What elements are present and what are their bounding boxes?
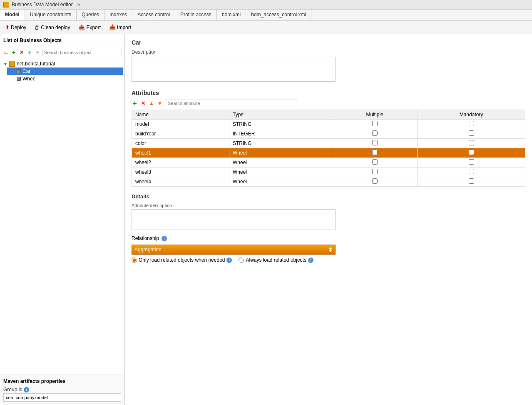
load-option-lazy-radio[interactable] [132, 258, 137, 263]
tree-item-car[interactable]: Car [7, 68, 123, 75]
tree-group: Car Wheel [7, 68, 123, 82]
load-options-row: Only load related objects when needed i … [132, 257, 525, 263]
deploy-button[interactable]: ⬆ Deploy [3, 23, 28, 31]
attributes-title: Attributes [132, 90, 525, 96]
object-name-title: Car [132, 39, 525, 46]
relationship-info-icon[interactable]: i [162, 236, 167, 241]
attr-type-cell: Wheel [229, 168, 332, 177]
sidebar-toolbar: 🏷 + ✕ ⊞ ⊟ [0, 47, 124, 58]
attr-mandatory-checkbox[interactable] [469, 140, 474, 145]
attributes-section: Attributes + ✕ ▲ ▼ Name Type Multiple Ma… [132, 90, 525, 187]
attr-move-up-button[interactable]: ▲ [148, 100, 155, 107]
export-button[interactable]: 📤 Export [77, 23, 102, 31]
col-multiple: Multiple [332, 110, 418, 120]
object-icon-wheel [17, 77, 21, 81]
tab-access-control[interactable]: Access control [132, 10, 175, 20]
tab-model[interactable]: Model [0, 10, 25, 20]
attr-type-cell: STRING [229, 120, 332, 129]
package-icon [9, 61, 15, 67]
sidebar-delete-button[interactable]: ✕ [18, 49, 25, 56]
table-row[interactable]: wheel3Wheel [132, 168, 525, 177]
maven-section: Maven artifacts properties Group id i [0, 375, 124, 405]
attr-multiple-checkbox[interactable] [372, 130, 378, 136]
clean-deploy-button[interactable]: 🗑 Clean deploy [33, 24, 72, 31]
sidebar-header: List of Business Objects [0, 34, 124, 47]
maven-group-id-info-icon[interactable]: i [24, 387, 29, 392]
load-option-eager-radio[interactable] [239, 258, 244, 263]
attr-mandatory-cell [418, 168, 525, 177]
attr-multiple-checkbox[interactable] [372, 150, 378, 155]
tree-package: ▼ net.bonita.tutorial [2, 60, 123, 68]
attr-mandatory-checkbox[interactable] [469, 121, 474, 126]
sidebar-add-obj-button[interactable]: + [10, 49, 17, 56]
attr-multiple-cell [332, 158, 418, 168]
attr-mandatory-checkbox[interactable] [469, 150, 474, 155]
tab-bar: Model Unique constraints Queries Indexes… [0, 10, 532, 21]
tab-queries[interactable]: Queries [77, 10, 104, 20]
tab-profile-access[interactable]: Profile access [175, 10, 217, 20]
relationship-select[interactable]: Aggregation Composition [132, 245, 336, 255]
relationship-label: Relationship [132, 235, 159, 241]
attr-multiple-checkbox[interactable] [372, 121, 378, 126]
attributes-table: Name Type Multiple Mandatory modelSTRING… [132, 110, 525, 187]
content-area: Car Description Attributes + ✕ ▲ ▼ Name … [125, 34, 532, 405]
attr-multiple-checkbox[interactable] [372, 140, 378, 145]
attr-multiple-checkbox[interactable] [372, 159, 378, 165]
attr-name-cell: wheel3 [132, 168, 229, 177]
attr-mandatory-checkbox[interactable] [469, 169, 474, 174]
sidebar-collapse-button[interactable]: ⊟ [34, 49, 41, 56]
attr-name-cell: wheel2 [132, 158, 229, 168]
deploy-icon: ⬆ [5, 24, 10, 30]
attr-name-cell: model [132, 120, 229, 129]
attr-multiple-cell [332, 129, 418, 139]
close-button[interactable]: ✕ [77, 2, 81, 8]
expand-arrow[interactable]: ▼ [3, 62, 7, 66]
attr-multiple-checkbox[interactable] [372, 178, 378, 184]
attr-multiple-cell [332, 120, 418, 129]
attr-description-textarea[interactable] [132, 209, 336, 230]
table-row[interactable]: buildYearINTEGER [132, 129, 525, 139]
attr-mandatory-cell [418, 148, 525, 158]
attr-mandatory-checkbox[interactable] [469, 159, 474, 165]
tab-indexes[interactable]: Indexes [104, 10, 132, 20]
relationship-select-wrapper: Aggregation Composition ⬍ [132, 245, 336, 255]
load-option-lazy-label: Only load related objects when needed [139, 257, 225, 263]
attr-add-button[interactable]: + [132, 100, 138, 107]
sidebar-expand-button[interactable]: ⊞ [26, 49, 33, 56]
attr-mandatory-cell [418, 158, 525, 168]
attr-mandatory-checkbox[interactable] [469, 130, 474, 136]
tab-bom-xml[interactable]: bom.xml [217, 10, 246, 20]
tree-item-wheel[interactable]: Wheel [7, 75, 123, 82]
sidebar: List of Business Objects 🏷 + ✕ ⊞ ⊟ ▼ net… [0, 34, 125, 405]
tab-unique-constraints[interactable]: Unique constraints [25, 10, 77, 20]
col-name: Name [132, 110, 229, 120]
attr-move-down-button[interactable]: ▼ [157, 100, 163, 107]
import-button[interactable]: 📥 Import [107, 23, 133, 31]
attr-name-cell: color [132, 139, 229, 148]
load-option-lazy-info-icon[interactable]: i [226, 258, 232, 263]
table-row[interactable]: wheel1Wheel [132, 148, 525, 158]
load-option-lazy: Only load related objects when needed i [132, 257, 232, 263]
sidebar-add-pkg-button[interactable]: 🏷 [2, 49, 9, 56]
attr-multiple-checkbox[interactable] [372, 169, 378, 174]
export-icon: 📤 [78, 24, 85, 30]
table-row[interactable]: wheel4Wheel [132, 177, 525, 187]
table-row[interactable]: wheel2Wheel [132, 158, 525, 168]
attr-mandatory-checkbox[interactable] [469, 178, 474, 184]
tab-bdm-access-control-xml[interactable]: bdm_access_control.xml [246, 10, 311, 20]
table-row[interactable]: modelSTRING [132, 120, 525, 129]
attr-name-cell: wheel1 [132, 148, 229, 158]
maven-group-id-input[interactable] [3, 393, 121, 402]
attr-multiple-cell [332, 139, 418, 148]
main-toolbar: ⬆ Deploy 🗑 Clean deploy 📤 Export 📥 Impor… [0, 21, 532, 34]
table-row[interactable]: colorSTRING [132, 139, 525, 148]
load-option-eager-info-icon[interactable]: i [308, 258, 313, 263]
attr-delete-button[interactable]: ✕ [140, 100, 147, 107]
attr-multiple-cell [332, 148, 418, 158]
search-business-object-input[interactable] [42, 49, 122, 56]
attr-desc-label: Attribute description [132, 203, 525, 208]
attr-multiple-cell [332, 177, 418, 187]
search-attribute-input[interactable] [165, 100, 298, 107]
attr-mandatory-cell [418, 120, 525, 129]
description-textarea[interactable] [132, 57, 336, 82]
